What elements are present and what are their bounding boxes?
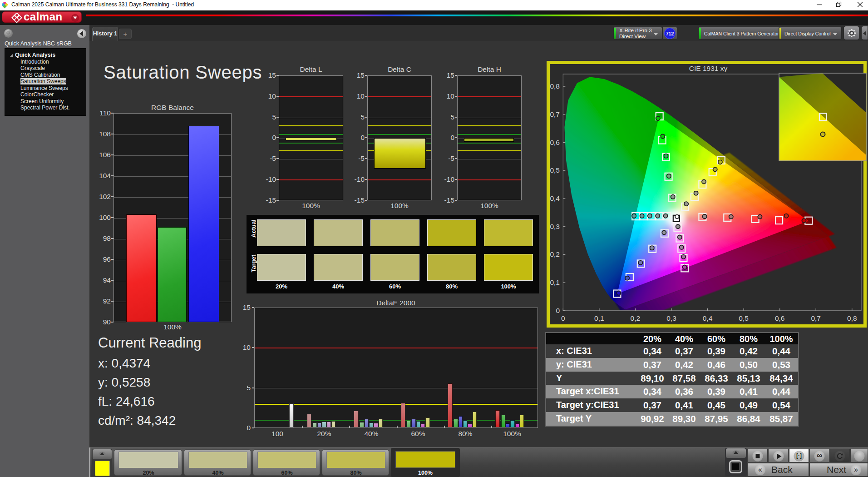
svg-text:0,6: 0,6 — [775, 314, 785, 322]
svg-text:CIE 1931 xy: CIE 1931 xy — [689, 65, 728, 72]
svg-text:0,5: 0,5 — [739, 314, 749, 322]
svg-text:0,4: 0,4 — [703, 314, 713, 322]
svg-text:0,2: 0,2 — [550, 250, 560, 258]
svg-text:0,6: 0,6 — [550, 139, 560, 146]
svg-text:0,8: 0,8 — [847, 314, 857, 322]
svg-text:0,3: 0,3 — [550, 223, 560, 230]
svg-text:0,7: 0,7 — [550, 110, 560, 118]
svg-text:0: 0 — [556, 307, 560, 314]
svg-text:0,7: 0,7 — [811, 314, 821, 322]
svg-text:0,1: 0,1 — [594, 314, 604, 322]
svg-text:0,4: 0,4 — [550, 194, 560, 202]
svg-text:0: 0 — [561, 314, 565, 322]
svg-text:0,1: 0,1 — [550, 278, 560, 286]
svg-text:0,8: 0,8 — [550, 82, 560, 90]
svg-text:0,2: 0,2 — [631, 314, 641, 322]
svg-text:0,3: 0,3 — [666, 314, 676, 322]
svg-text:0,5: 0,5 — [550, 166, 560, 174]
